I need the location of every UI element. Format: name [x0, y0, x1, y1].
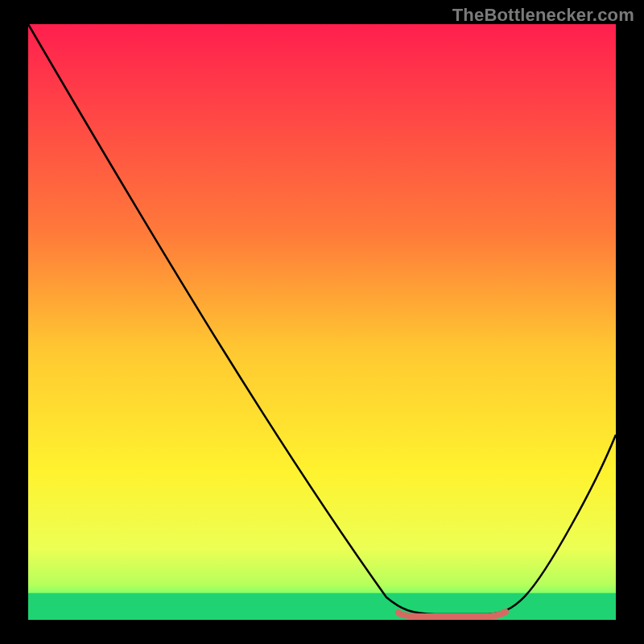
chart-stage: TheBottlenecker.com — [0, 0, 644, 644]
watermark-text: TheBottlenecker.com — [452, 5, 634, 26]
green-band — [28, 593, 616, 620]
bottleneck-chart — [0, 0, 644, 644]
gradient-background — [28, 24, 616, 620]
